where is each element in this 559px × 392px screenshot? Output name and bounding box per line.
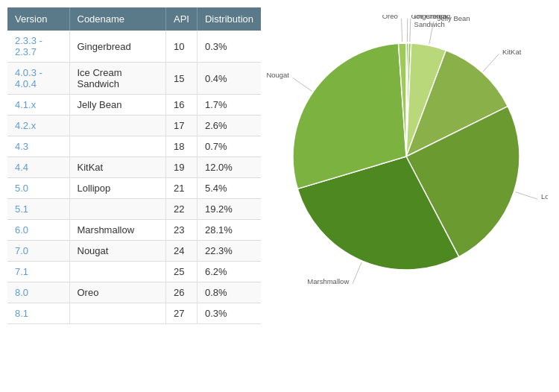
cell-distribution: 6.2% [197, 262, 261, 282]
cell-distribution: 0.3% [197, 303, 261, 324]
cell-codename: Nougat [69, 241, 165, 262]
pie-label-lollipop: Lollipop [541, 192, 548, 200]
version-link[interactable]: 6.0 [15, 224, 28, 235]
cell-codename [69, 303, 165, 324]
version-link[interactable]: 5.0 [15, 183, 28, 194]
main-container: Version Codename API Distribution 2.3.3 … [7, 7, 552, 324]
pie-label-line [293, 78, 312, 91]
table-row: 8.0Oreo260.8% [7, 282, 261, 303]
cell-codename: Ice Cream Sandwich [69, 63, 165, 95]
cell-distribution: 5.4% [197, 178, 261, 199]
version-link[interactable]: 7.0 [15, 245, 28, 256]
cell-version: 4.1.x [7, 95, 69, 116]
cell-codename: Jelly Bean [69, 95, 165, 116]
pie-label-line [353, 262, 361, 284]
pie-label-kitkat: KitKat [502, 48, 522, 56]
version-link[interactable]: 7.1 [15, 266, 28, 277]
col-codename: Codename [69, 7, 165, 31]
cell-distribution: 28.1% [197, 220, 261, 241]
version-link[interactable]: 4.3 [15, 141, 28, 152]
table-row: 4.1.xJelly Bean161.7% [7, 95, 261, 116]
table-row: 5.0Lollipop215.4% [7, 178, 261, 199]
cell-distribution: 0.4% [197, 63, 261, 95]
cell-api: 22 [165, 199, 197, 220]
cell-version: 5.0 [7, 178, 69, 199]
cell-version: 7.1 [7, 262, 69, 282]
table-row: 4.3180.7% [7, 136, 261, 157]
cell-distribution: 1.7% [197, 95, 261, 116]
cell-distribution: 22.3% [197, 241, 261, 262]
table-section: Version Codename API Distribution 2.3.3 … [7, 7, 261, 324]
version-link[interactable]: 4.2.x [15, 120, 36, 131]
chart-section: GingerbreadIce CreamSandwichJelly BeanKi… [261, 7, 552, 306]
pie-label-oreo: Oreo [382, 15, 398, 20]
cell-version: 8.1 [7, 303, 69, 324]
cell-distribution: 0.7% [197, 136, 261, 157]
version-link[interactable]: 8.1 [15, 308, 28, 319]
cell-api: 25 [165, 262, 197, 282]
pie-label-line [483, 54, 499, 72]
table-row: 8.1270.3% [7, 303, 261, 324]
cell-version: 4.3 [7, 136, 69, 157]
pie-label-line [402, 19, 402, 42]
cell-version: 5.1 [7, 199, 69, 220]
pie-label-jelly-bean: Jelly Bean [438, 15, 470, 22]
cell-codename: Oreo [69, 282, 165, 303]
version-link[interactable]: 4.1.x [15, 99, 36, 110]
cell-version: 2.3.3 - 2.3.7 [7, 31, 69, 63]
cell-api: 15 [165, 63, 197, 95]
table-row: 4.2.x172.6% [7, 116, 261, 136]
cell-codename: Marshmallow [69, 220, 165, 241]
col-distribution: Distribution [197, 7, 261, 31]
cell-codename: Lollipop [69, 178, 165, 199]
cell-api: 18 [165, 136, 197, 157]
col-api: API [165, 7, 197, 31]
cell-codename [69, 262, 165, 282]
table-row: 4.4KitKat1912.0% [7, 157, 261, 178]
pie-label-line [515, 192, 537, 200]
version-link[interactable]: 5.1 [15, 203, 28, 215]
pie-label-marshmallow: Marshmallow [307, 277, 349, 285]
cell-distribution: 19.2% [197, 199, 261, 220]
cell-version: 4.2.x [7, 116, 69, 136]
version-link[interactable]: 4.4 [15, 162, 28, 173]
pie-label-nougat: Nougat [266, 71, 289, 79]
cell-api: 23 [165, 220, 197, 241]
cell-codename [69, 199, 165, 220]
pie-chart-svg: GingerbreadIce CreamSandwichJelly BeanKi… [265, 15, 548, 298]
cell-version: 7.0 [7, 241, 69, 262]
table-header-row: Version Codename API Distribution [7, 7, 261, 31]
cell-distribution: 2.6% [197, 116, 261, 136]
cell-distribution: 12.0% [197, 157, 261, 178]
cell-api: 21 [165, 178, 197, 199]
cell-distribution: 0.3% [197, 31, 261, 63]
cell-api: 27 [165, 303, 197, 324]
version-link[interactable]: 2.3.3 - 2.3.7 [15, 35, 42, 57]
pie-label-line [410, 19, 411, 42]
cell-api: 24 [165, 241, 197, 262]
cell-distribution: 0.8% [197, 282, 261, 303]
cell-codename: KitKat [69, 157, 165, 178]
table-row: 7.0Nougat2422.3% [7, 241, 261, 262]
cell-codename [69, 136, 165, 157]
distribution-table: Version Codename API Distribution 2.3.3 … [7, 7, 261, 324]
table-row: 6.0Marshmallow2328.1% [7, 220, 261, 241]
cell-codename: Gingerbread [69, 31, 165, 63]
col-version: Version [7, 7, 69, 31]
table-row: 7.1256.2% [7, 262, 261, 282]
cell-api: 16 [165, 95, 197, 116]
table-row: 5.12219.2% [7, 199, 261, 220]
version-link[interactable]: 8.0 [15, 287, 28, 298]
cell-api: 17 [165, 116, 197, 136]
cell-codename [69, 116, 165, 136]
version-link[interactable]: 4.0.3 - 4.0.4 [15, 67, 42, 89]
cell-api: 19 [165, 157, 197, 178]
cell-version: 8.0 [7, 282, 69, 303]
cell-api: 26 [165, 282, 197, 303]
cell-api: 10 [165, 31, 197, 63]
cell-version: 4.0.3 - 4.0.4 [7, 63, 69, 95]
table-row: 4.0.3 - 4.0.4Ice Cream Sandwich150.4% [7, 63, 261, 95]
cell-version: 4.4 [7, 157, 69, 178]
cell-version: 6.0 [7, 220, 69, 241]
pie-chart-container: GingerbreadIce CreamSandwichJelly BeanKi… [265, 15, 548, 298]
